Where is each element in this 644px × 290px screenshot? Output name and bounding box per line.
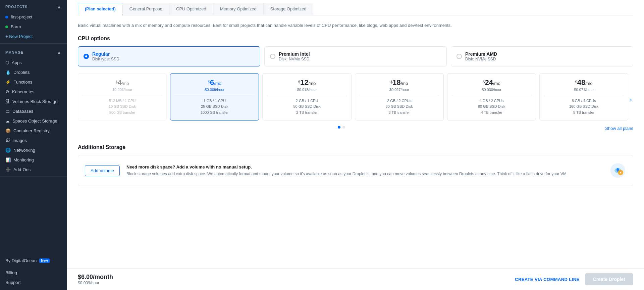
sidebar-item-databases[interactable]: 🗃 Databases xyxy=(0,106,67,116)
spec-12-disk: 50 GB SSD Disk xyxy=(267,104,347,110)
cpu-label-amd: Premium AMD xyxy=(465,51,497,57)
projects-section-header: PROJECTS ▲ xyxy=(0,0,67,12)
spec-6-disk: 25 GB SSD Disk xyxy=(174,104,255,110)
volumes-icon: 🗄 xyxy=(5,99,10,104)
footer-bar: $6.00/month $0.009/hour CREATE VIA COMMA… xyxy=(67,268,644,290)
card-divider-12 xyxy=(267,95,347,95)
billing-support-section: Billing Support xyxy=(0,267,67,290)
sidebar-item-monitoring[interactable]: 📊 Monitoring xyxy=(0,155,67,165)
pricing-card-18[interactable]: $18/mo $0.027/hour 2 GB / 2 CPUs 60 GB S… xyxy=(355,73,444,121)
kubernetes-icon: ⚙ xyxy=(5,89,9,94)
sidebar-item-functions[interactable]: ⚡ Functions xyxy=(0,77,67,87)
cpu-label-intel: Premium Intel xyxy=(279,51,310,57)
cpu-sub-amd: Disk: NVMe SSD xyxy=(465,57,497,61)
collapse-icon[interactable]: ▲ xyxy=(57,4,62,9)
footer-price-main: $6.00/month xyxy=(78,274,113,281)
spaces-icon: ☁ xyxy=(5,118,10,124)
storage-title: Need more disk space? Add a volume with … xyxy=(126,164,603,170)
spec-48-transfer: 5 TB transfer xyxy=(544,110,624,116)
images-icon: 🖼 xyxy=(5,138,10,143)
spec-6-cpu: 1 GB / 1 CPU xyxy=(174,98,255,104)
spec-4-cpu: 512 MB / 1 CPU xyxy=(82,98,162,104)
create-droplet-button[interactable]: Create Droplet xyxy=(585,273,633,285)
sidebar-divider-2 xyxy=(0,177,67,177)
spec-18-cpu: 2 GB / 2 CPUs xyxy=(359,98,439,104)
pricing-next-arrow[interactable]: › xyxy=(628,96,633,103)
footer-pricing: $6.00/month $0.009/hour xyxy=(78,274,113,285)
cpu-radio-amd xyxy=(457,54,462,59)
sidebar-item-first-project[interactable]: first-project xyxy=(0,12,67,22)
spec-4-disk: 10 GB SSD Disk xyxy=(82,104,162,110)
pricing-card-4[interactable]: $4/mo $0.006/hour 512 MB / 1 CPU 10 GB S… xyxy=(78,73,167,121)
price-48-main: $48/mo xyxy=(544,78,624,87)
cpu-label-regular: Regular xyxy=(92,51,119,57)
manage-section-header: MANAGE ▲ xyxy=(0,46,67,58)
spec-48-disk: 160 GB SSD Disk xyxy=(544,104,624,110)
tab-memory-optimized[interactable]: Memory Optimized xyxy=(213,3,264,15)
price-18-hour: $0.027/hour xyxy=(359,88,439,92)
sidebar: PROJECTS ▲ first-project Farm + New Proj… xyxy=(0,0,67,290)
pricing-card-48[interactable]: $48/mo $0.071/hour 8 GB / 4 CPUs 160 GB … xyxy=(539,73,628,121)
storage-card: Add Volume Need more disk space? Add a v… xyxy=(78,155,633,186)
tab-cpu-optimized[interactable]: CPU Optimized xyxy=(169,3,213,15)
additional-storage-section: Additional Storage Add Volume Need more … xyxy=(78,144,633,186)
cpu-option-premium-intel[interactable]: Premium Intel Disk: NVMe SSD xyxy=(264,46,447,66)
pricing-card-6[interactable]: $6/mo $0.009/hour 1 GB / 1 CPU 25 GB SSD… xyxy=(170,73,259,121)
spec-48-cpu: 8 GB / 4 CPUs xyxy=(544,98,624,104)
price-6-hour: $0.009/hour xyxy=(174,88,255,92)
spec-18-transfer: 3 TB transfer xyxy=(359,110,439,116)
price-24-main: $24/mo xyxy=(451,78,532,87)
addons-icon: ➕ xyxy=(5,167,11,172)
sidebar-item-apps[interactable]: ⬡ Apps xyxy=(0,58,67,67)
sidebar-item-volumes[interactable]: 🗄 Volumes Block Storage xyxy=(0,97,67,106)
footer-actions: CREATE VIA COMMAND LINE Create Droplet xyxy=(515,273,633,285)
price-18-main: $18/mo xyxy=(359,78,439,87)
price-6-main: $6/mo xyxy=(174,78,255,87)
dot-2[interactable] xyxy=(342,126,345,129)
show-all-plans-link[interactable]: Show all plans xyxy=(605,126,633,131)
sidebar-item-farm[interactable]: Farm xyxy=(0,22,67,32)
pricing-card-24[interactable]: $24/mo $0.036/hour 4 GB / 2 CPUs 80 GB S… xyxy=(447,73,536,121)
sidebar-divider xyxy=(0,43,67,44)
cpu-option-regular[interactable]: Regular Disk type: SSD xyxy=(78,46,260,66)
project-dot-farm xyxy=(5,26,8,28)
collapse-manage-icon[interactable]: ▲ xyxy=(57,50,62,55)
spec-24-disk: 80 GB SSD Disk xyxy=(451,104,532,110)
sidebar-item-images[interactable]: 🖼 Images xyxy=(0,136,67,145)
tab-plan-selected[interactable]: (Plan selected) xyxy=(78,3,123,15)
cpu-option-premium-amd[interactable]: Premium AMD Disk: NVMe SSD xyxy=(451,46,633,66)
droplets-icon: 💧 xyxy=(5,70,11,75)
create-via-cmd-button[interactable]: CREATE VIA COMMAND LINE xyxy=(515,277,579,282)
tab-general-purpose[interactable]: General Purpose xyxy=(122,3,169,15)
price-4-main: $4/mo xyxy=(82,78,162,87)
new-project-button[interactable]: + New Project xyxy=(0,32,67,41)
sidebar-item-billing[interactable]: Billing xyxy=(0,268,67,278)
sidebar-item-spaces[interactable]: ☁ Spaces Object Storage xyxy=(0,116,67,126)
add-volume-button[interactable]: Add Volume xyxy=(85,165,120,176)
sidebar-item-kubernetes[interactable]: ⚙ Kubernetes xyxy=(0,87,67,97)
sidebar-item-networking[interactable]: 🌐 Networking xyxy=(0,145,67,155)
cpu-options-label: CPU options xyxy=(78,36,633,42)
tab-storage-optimized[interactable]: Storage Optimized xyxy=(263,3,314,15)
sidebar-item-addons[interactable]: ➕ Add-Ons xyxy=(0,165,67,175)
sidebar-item-support[interactable]: Support xyxy=(0,278,67,287)
main-content: (Plan selected) General Purpose CPU Opti… xyxy=(67,0,644,290)
card-divider-24 xyxy=(451,95,532,95)
sidebar-item-container-registry[interactable]: 📦 Container Registry xyxy=(0,126,67,136)
price-48-hour: $0.071/hour xyxy=(544,88,624,92)
project-dot-first-project xyxy=(5,16,8,18)
card-divider-48 xyxy=(544,95,624,95)
pagination-row: Show all plans xyxy=(78,126,633,136)
pricing-card-12[interactable]: $12/mo $0.018/hour 2 GB / 1 CPU 50 GB SS… xyxy=(262,73,351,121)
sidebar-item-droplets[interactable]: 💧 Droplets xyxy=(0,67,67,77)
card-divider xyxy=(82,95,162,95)
spec-24-transfer: 4 TB transfer xyxy=(451,110,532,116)
spec-12-cpu: 2 GB / 1 CPU xyxy=(267,98,347,104)
by-digitalocean: By DigitalOcean New xyxy=(0,255,67,267)
registry-icon: 📦 xyxy=(5,128,11,133)
dot-1[interactable] xyxy=(338,126,340,129)
databases-icon: 🗃 xyxy=(5,109,10,114)
footer-price-sub: $0.009/hour xyxy=(78,281,113,285)
functions-icon: ⚡ xyxy=(5,80,11,85)
price-24-hour: $0.036/hour xyxy=(451,88,532,92)
